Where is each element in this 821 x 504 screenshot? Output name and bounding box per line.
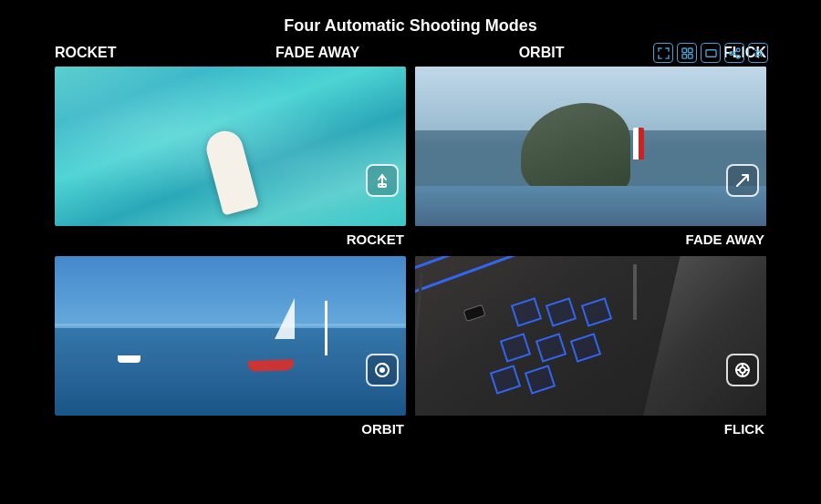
svg-point-8: [756, 51, 761, 56]
mode-label-fadeaway: FADE AWAY: [275, 45, 359, 61]
svg-point-7: [736, 55, 740, 58]
toolbar-settings-icon[interactable]: [748, 43, 768, 63]
card-orbit: ORBIT: [55, 256, 406, 437]
card-label-flick: FLICK: [415, 421, 766, 437]
toolbar-rect-icon[interactable]: [701, 43, 721, 63]
svg-rect-3: [688, 54, 692, 58]
card-image-rocket: [55, 67, 406, 226]
mode-labels-row: ROCKET FADE AWAY ORBIT FLICK: [0, 45, 821, 61]
svg-point-5: [736, 47, 740, 51]
svg-rect-4: [705, 49, 715, 56]
svg-rect-1: [688, 47, 692, 52]
card-flick: FLICK: [415, 256, 766, 437]
card-image-fadeaway: [415, 67, 766, 226]
svg-rect-2: [681, 54, 686, 58]
toolbar-icons: [653, 43, 768, 63]
card-label-rocket: ROCKET: [55, 231, 406, 247]
flick-mode-icon: [726, 354, 759, 386]
mode-label-rocket: ROCKET: [55, 45, 117, 61]
page-title: Four Automatic Shooting Modes: [0, 0, 821, 45]
svg-rect-0: [681, 47, 686, 52]
card-image-flick: [415, 256, 766, 416]
card-rocket: ROCKET: [55, 67, 406, 247]
svg-point-11: [380, 368, 384, 372]
orbit-mode-icon: [366, 354, 399, 386]
card-image-orbit: [55, 256, 406, 416]
card-label-fadeaway: FADE AWAY: [415, 231, 766, 247]
rocket-mode-icon: [366, 164, 399, 197]
mode-label-orbit: ORBIT: [519, 45, 565, 61]
toolbar-share-icon[interactable]: [724, 43, 744, 63]
toolbar-grid-icon[interactable]: [677, 43, 697, 63]
svg-point-6: [729, 51, 733, 55]
cards-grid: ROCKET FADE AWAY: [0, 67, 821, 437]
fadeaway-mode-icon: [726, 164, 759, 197]
card-fadeaway: FADE AWAY: [415, 67, 766, 247]
toolbar-expand-icon[interactable]: [653, 43, 673, 63]
card-label-orbit: ORBIT: [55, 421, 406, 437]
